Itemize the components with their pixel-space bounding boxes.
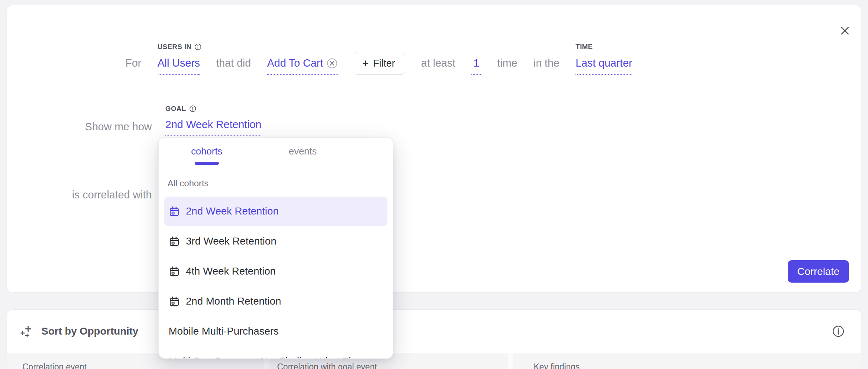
- count-selector[interactable]: 1: [471, 57, 481, 75]
- cohort-item-label: 2nd Week Retention: [186, 205, 279, 217]
- results-table-header: Correlation event Correlation with goal …: [7, 353, 861, 369]
- dropdown-body: All cohorts 2nd Week Retention 3rd Week …: [159, 165, 393, 359]
- query-row-definition: For USERS IN All Users that did Add To C…: [125, 52, 632, 75]
- query-connector-time: time: [497, 57, 517, 69]
- column-header-correlation-event: Correlation event: [22, 362, 87, 369]
- tab-events[interactable]: events: [255, 138, 351, 165]
- filter-button-label: Filter: [373, 58, 395, 69]
- cohort-item-label: Multi-Day Browsers Not Finding What They: [169, 355, 365, 359]
- active-tab-indicator: [195, 162, 219, 165]
- query-prefix-for: For: [125, 57, 141, 69]
- users-value[interactable]: All Users: [158, 57, 200, 69]
- cohort-item-label: 2nd Month Retention: [186, 295, 281, 307]
- results-header: Sort by Opportunity: [7, 310, 861, 353]
- plus-icon: +: [362, 57, 369, 70]
- users-in-label-text: USERS IN: [158, 43, 192, 51]
- tab-cohorts[interactable]: cohorts: [159, 138, 255, 165]
- cohort-list-item[interactable]: Mobile Multi-Purchasers: [164, 317, 387, 346]
- time-label-text: TIME: [575, 43, 593, 51]
- cohort-item-label: 4th Week Retention: [186, 265, 276, 277]
- close-button[interactable]: [836, 22, 854, 40]
- cohort-list-item[interactable]: 3rd Week Retention: [164, 227, 387, 256]
- goal-label-text: GOAL: [165, 105, 186, 113]
- info-icon[interactable]: [194, 43, 202, 51]
- cohort-list-item[interactable]: Multi-Day Browsers Not Finding What They: [164, 347, 387, 359]
- query-connector-in-the: in the: [533, 57, 559, 69]
- time-range-selector[interactable]: TIME Last quarter: [575, 57, 632, 75]
- opportunity-sparkle-icon: [19, 324, 35, 339]
- calendar-icon: [169, 296, 180, 307]
- cohort-list: 2nd Week Retention 3rd Week Retention 4t…: [164, 197, 387, 359]
- query-prefix-show-me-how: Show me how: [7, 121, 152, 133]
- goal-selector[interactable]: 2nd Week Retention: [165, 119, 261, 136]
- time-range-value[interactable]: Last quarter: [575, 57, 632, 69]
- results-info-button[interactable]: [830, 323, 846, 339]
- query-connector-that-did: that did: [216, 57, 251, 69]
- tab-events-label: events: [289, 146, 317, 157]
- cohort-list-item[interactable]: 4th Week Retention: [164, 257, 387, 286]
- event-value[interactable]: Add To Cart: [267, 57, 323, 69]
- cohort-list-item[interactable]: 2nd Month Retention: [164, 287, 387, 316]
- goal-label: GOAL: [165, 105, 196, 113]
- query-connector-at-least: at least: [421, 57, 456, 69]
- column-divider: [508, 353, 513, 369]
- calendar-icon: [169, 236, 180, 247]
- calendar-icon: [169, 266, 180, 277]
- column-header-key-findings: Key findings: [534, 362, 580, 369]
- tab-cohorts-label: cohorts: [191, 146, 222, 157]
- query-prefix-is-correlated-with: is correlated with: [7, 189, 152, 201]
- close-icon: [839, 25, 851, 37]
- sort-by-opportunity-button[interactable]: Sort by Opportunity: [19, 324, 138, 339]
- count-value[interactable]: 1: [473, 57, 479, 69]
- query-builder-card: For USERS IN All Users that did Add To C…: [7, 5, 861, 292]
- correlate-button[interactable]: Correlate: [788, 260, 849, 283]
- goal-dropdown: cohorts events All cohorts 2nd Week Rete…: [158, 137, 393, 359]
- cohort-list-item[interactable]: 2nd Week Retention: [164, 197, 387, 226]
- section-label: All cohorts: [168, 178, 387, 189]
- remove-event-icon[interactable]: [327, 58, 338, 69]
- cohort-item-label: 3rd Week Retention: [186, 235, 276, 247]
- info-icon: [832, 325, 845, 338]
- event-selector[interactable]: Add To Cart: [267, 57, 338, 75]
- cohort-item-label: Mobile Multi-Purchasers: [169, 325, 279, 337]
- time-label: TIME: [575, 43, 593, 51]
- column-header-correlation-with-goal-event: Correlation with goal event: [277, 362, 377, 369]
- users-in-label: USERS IN: [158, 43, 202, 51]
- add-filter-button[interactable]: + Filter: [354, 52, 405, 75]
- results-card: Sort by Opportunity Correlation event Co…: [7, 309, 861, 369]
- users-selector[interactable]: USERS IN All Users: [158, 57, 200, 75]
- sort-button-label: Sort by Opportunity: [41, 325, 138, 337]
- info-icon[interactable]: [189, 105, 196, 112]
- calendar-icon: [169, 206, 180, 217]
- dropdown-tabs: cohorts events: [159, 138, 393, 165]
